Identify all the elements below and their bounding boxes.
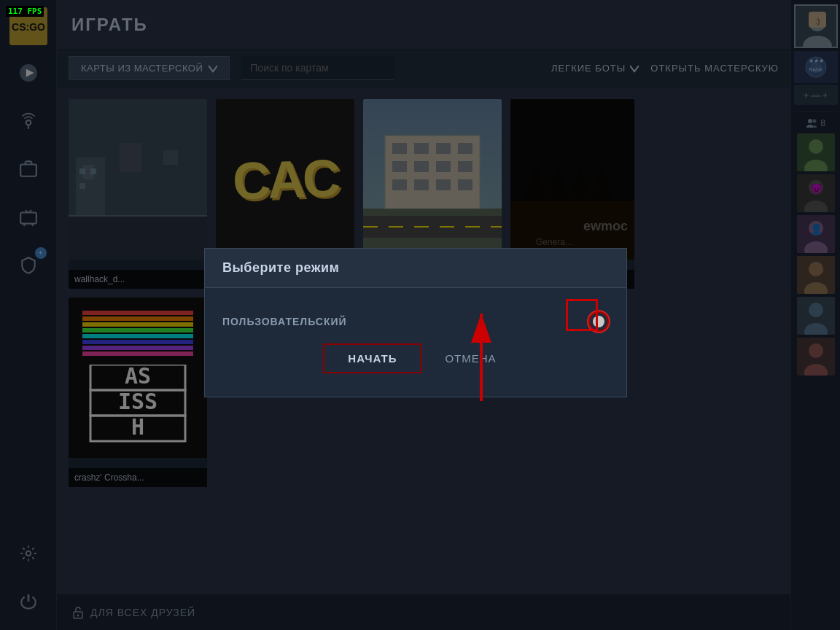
start-button[interactable]: НАЧАТЬ: [323, 343, 421, 373]
mode-radio-button[interactable]: [588, 311, 609, 332]
modal-body: ПОЛЬЗОВАТЕЛЬСКИЙ НАЧАТЬ ОТМЕНА: [205, 288, 626, 397]
modal-header: Выберите режим: [205, 249, 626, 288]
modal-actions: НАЧАТЬ ОТМЕНА: [222, 338, 609, 379]
fps-counter: 117 FPS: [6, 6, 44, 17]
cancel-button[interactable]: ОТМЕНА: [433, 343, 508, 373]
mode-label: ПОЛЬЗОВАТЕЛЬСКИЙ: [222, 316, 347, 327]
mode-row: ПОЛЬЗОВАТЕЛЬСКИЙ: [222, 306, 609, 338]
modal-title: Выберите режим: [222, 260, 609, 276]
radio-inner: [593, 316, 604, 327]
mode-select-modal: Выберите режим ПОЛЬЗОВАТЕЛЬСКИЙ НАЧАТЬ О…: [204, 248, 627, 397]
